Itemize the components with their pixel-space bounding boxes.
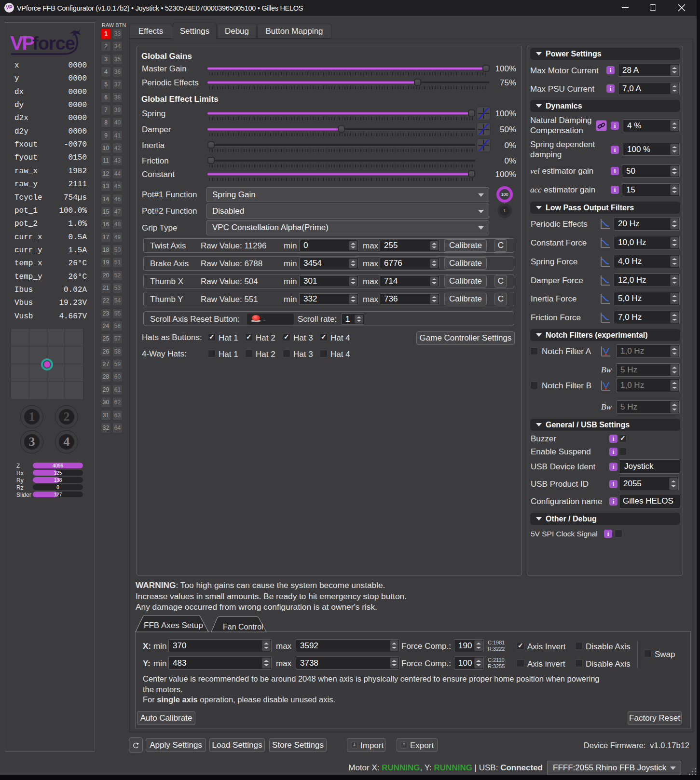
svg-text:VP: VP xyxy=(10,32,34,54)
svg-text:force: force xyxy=(32,33,75,54)
